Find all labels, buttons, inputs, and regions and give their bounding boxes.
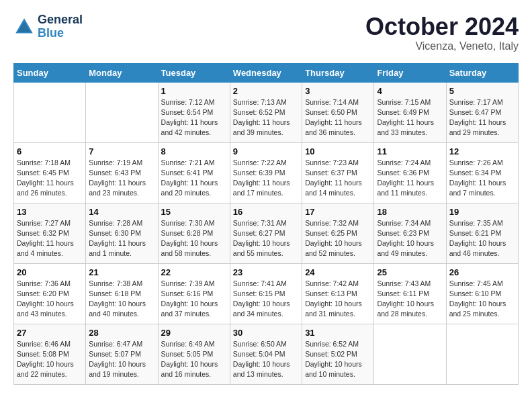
calendar-cell: 14Sunrise: 7:28 AM Sunset: 6:30 PM Dayli… (86, 203, 158, 263)
location-subtitle: Vicenza, Veneto, Italy (365, 40, 519, 52)
calendar-cell: 8Sunrise: 7:21 AM Sunset: 6:41 PM Daylig… (158, 142, 230, 203)
day-info: Sunrise: 7:28 AM Sunset: 6:30 PM Dayligh… (89, 218, 154, 259)
calendar-cell: 25Sunrise: 7:43 AM Sunset: 6:11 PM Dayli… (374, 263, 446, 324)
day-number: 27 (17, 328, 83, 338)
day-info: Sunrise: 7:17 AM Sunset: 6:47 PM Dayligh… (449, 97, 515, 138)
day-number: 11 (377, 146, 443, 156)
calendar-cell: 1Sunrise: 7:12 AM Sunset: 6:54 PM Daylig… (158, 82, 230, 142)
day-info: Sunrise: 7:24 AM Sunset: 6:36 PM Dayligh… (377, 158, 443, 199)
day-info: Sunrise: 7:13 AM Sunset: 6:52 PM Dayligh… (233, 97, 299, 138)
day-number: 16 (233, 207, 299, 217)
calendar-week-row: 1Sunrise: 7:12 AM Sunset: 6:54 PM Daylig… (14, 82, 519, 142)
day-info: Sunrise: 7:39 AM Sunset: 6:16 PM Dayligh… (161, 279, 227, 320)
day-number: 29 (161, 328, 227, 338)
weekday-header-cell: Tuesday (158, 63, 230, 82)
day-number: 22 (161, 267, 227, 277)
day-info: Sunrise: 7:36 AM Sunset: 6:20 PM Dayligh… (17, 279, 83, 320)
day-info: Sunrise: 7:12 AM Sunset: 6:54 PM Dayligh… (161, 97, 227, 138)
day-number: 17 (305, 207, 371, 217)
calendar-cell: 9Sunrise: 7:22 AM Sunset: 6:39 PM Daylig… (230, 142, 302, 203)
day-number: 31 (305, 328, 371, 338)
day-number: 13 (17, 207, 83, 217)
calendar-cell: 13Sunrise: 7:27 AM Sunset: 6:32 PM Dayli… (14, 203, 86, 263)
calendar-cell: 21Sunrise: 7:38 AM Sunset: 6:18 PM Dayli… (86, 263, 158, 324)
calendar-cell: 27Sunrise: 6:46 AM Sunset: 5:08 PM Dayli… (14, 324, 86, 384)
calendar-cell: 24Sunrise: 7:42 AM Sunset: 6:13 PM Dayli… (302, 263, 374, 324)
calendar-cell: 6Sunrise: 7:18 AM Sunset: 6:45 PM Daylig… (14, 142, 86, 203)
day-info: Sunrise: 7:15 AM Sunset: 6:49 PM Dayligh… (377, 97, 443, 138)
calendar-cell: 11Sunrise: 7:24 AM Sunset: 6:36 PM Dayli… (374, 142, 446, 203)
calendar-cell (374, 324, 446, 384)
calendar-cell: 10Sunrise: 7:23 AM Sunset: 6:37 PM Dayli… (302, 142, 374, 203)
day-info: Sunrise: 7:43 AM Sunset: 6:11 PM Dayligh… (377, 279, 443, 320)
day-number: 3 (305, 86, 371, 96)
day-number: 20 (17, 267, 83, 277)
weekday-header-cell: Saturday (446, 63, 518, 82)
day-info: Sunrise: 7:35 AM Sunset: 6:21 PM Dayligh… (449, 218, 515, 259)
day-info: Sunrise: 7:19 AM Sunset: 6:43 PM Dayligh… (89, 158, 154, 199)
day-number: 6 (17, 146, 83, 156)
calendar-cell: 30Sunrise: 6:50 AM Sunset: 5:04 PM Dayli… (230, 324, 302, 384)
page-header: General Blue October 2024 Vicenza, Venet… (13, 13, 519, 52)
calendar-week-row: 6Sunrise: 7:18 AM Sunset: 6:45 PM Daylig… (14, 142, 519, 203)
day-info: Sunrise: 7:32 AM Sunset: 6:25 PM Dayligh… (305, 218, 371, 259)
day-number: 4 (377, 86, 443, 96)
day-info: Sunrise: 6:49 AM Sunset: 5:05 PM Dayligh… (161, 339, 227, 380)
weekday-header-cell: Monday (86, 63, 158, 82)
calendar-cell (14, 82, 86, 142)
calendar-week-row: 20Sunrise: 7:36 AM Sunset: 6:20 PM Dayli… (14, 263, 519, 324)
day-info: Sunrise: 6:52 AM Sunset: 5:02 PM Dayligh… (305, 339, 371, 380)
logo-blue: Blue (38, 27, 83, 40)
calendar-cell: 3Sunrise: 7:14 AM Sunset: 6:50 PM Daylig… (302, 82, 374, 142)
calendar-cell: 22Sunrise: 7:39 AM Sunset: 6:16 PM Dayli… (158, 263, 230, 324)
day-info: Sunrise: 7:23 AM Sunset: 6:37 PM Dayligh… (305, 158, 371, 199)
day-info: Sunrise: 7:30 AM Sunset: 6:28 PM Dayligh… (161, 218, 227, 259)
logo: General Blue (13, 13, 83, 40)
weekday-header-row: SundayMondayTuesdayWednesdayThursdayFrid… (14, 63, 519, 82)
calendar-body: 1Sunrise: 7:12 AM Sunset: 6:54 PM Daylig… (14, 82, 519, 384)
calendar-cell: 28Sunrise: 6:47 AM Sunset: 5:07 PM Dayli… (86, 324, 158, 384)
day-number: 28 (89, 328, 154, 338)
day-number: 25 (377, 267, 443, 277)
calendar-cell (446, 324, 518, 384)
day-info: Sunrise: 7:18 AM Sunset: 6:45 PM Dayligh… (17, 158, 83, 199)
calendar-week-row: 27Sunrise: 6:46 AM Sunset: 5:08 PM Dayli… (14, 324, 519, 384)
calendar-cell: 2Sunrise: 7:13 AM Sunset: 6:52 PM Daylig… (230, 82, 302, 142)
calendar-cell: 15Sunrise: 7:30 AM Sunset: 6:28 PM Dayli… (158, 203, 230, 263)
calendar-cell (86, 82, 158, 142)
day-info: Sunrise: 7:31 AM Sunset: 6:27 PM Dayligh… (233, 218, 299, 259)
day-number: 10 (305, 146, 371, 156)
calendar-table: SundayMondayTuesdayWednesdayThursdayFrid… (13, 63, 519, 385)
day-number: 26 (449, 267, 515, 277)
calendar-cell: 12Sunrise: 7:26 AM Sunset: 6:34 PM Dayli… (446, 142, 518, 203)
calendar-cell: 4Sunrise: 7:15 AM Sunset: 6:49 PM Daylig… (374, 82, 446, 142)
day-info: Sunrise: 6:50 AM Sunset: 5:04 PM Dayligh… (233, 339, 299, 380)
day-number: 2 (233, 86, 299, 96)
day-info: Sunrise: 7:21 AM Sunset: 6:41 PM Dayligh… (161, 158, 227, 199)
day-number: 30 (233, 328, 299, 338)
day-info: Sunrise: 7:26 AM Sunset: 6:34 PM Dayligh… (449, 158, 515, 199)
day-number: 5 (449, 86, 515, 96)
calendar-cell: 29Sunrise: 6:49 AM Sunset: 5:05 PM Dayli… (158, 324, 230, 384)
calendar-cell: 18Sunrise: 7:34 AM Sunset: 6:23 PM Dayli… (374, 203, 446, 263)
day-info: Sunrise: 7:27 AM Sunset: 6:32 PM Dayligh… (17, 218, 83, 259)
calendar-cell: 7Sunrise: 7:19 AM Sunset: 6:43 PM Daylig… (86, 142, 158, 203)
day-info: Sunrise: 6:47 AM Sunset: 5:07 PM Dayligh… (89, 339, 154, 380)
day-info: Sunrise: 7:34 AM Sunset: 6:23 PM Dayligh… (377, 218, 443, 259)
weekday-header-cell: Thursday (302, 63, 374, 82)
day-info: Sunrise: 6:46 AM Sunset: 5:08 PM Dayligh… (17, 339, 83, 380)
calendar-cell: 26Sunrise: 7:45 AM Sunset: 6:10 PM Dayli… (446, 263, 518, 324)
day-number: 18 (377, 207, 443, 217)
calendar-cell: 23Sunrise: 7:41 AM Sunset: 6:15 PM Dayli… (230, 263, 302, 324)
logo-icon (13, 16, 35, 38)
logo-general: General (38, 13, 83, 27)
day-number: 15 (161, 207, 227, 217)
day-number: 12 (449, 146, 515, 156)
day-info: Sunrise: 7:41 AM Sunset: 6:15 PM Dayligh… (233, 279, 299, 320)
calendar-cell: 17Sunrise: 7:32 AM Sunset: 6:25 PM Dayli… (302, 203, 374, 263)
day-number: 14 (89, 207, 154, 217)
calendar-week-row: 13Sunrise: 7:27 AM Sunset: 6:32 PM Dayli… (14, 203, 519, 263)
day-info: Sunrise: 7:38 AM Sunset: 6:18 PM Dayligh… (89, 279, 154, 320)
calendar-cell: 31Sunrise: 6:52 AM Sunset: 5:02 PM Dayli… (302, 324, 374, 384)
day-number: 7 (89, 146, 154, 156)
